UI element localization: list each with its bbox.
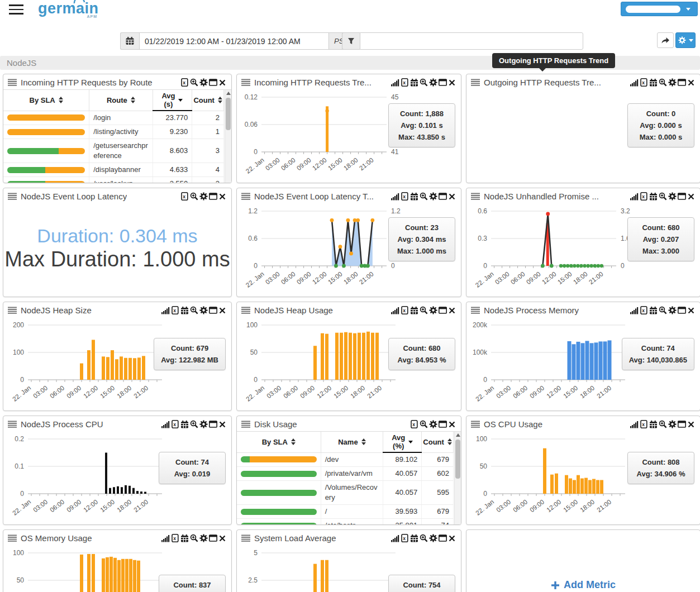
table-scrollbar[interactable] (454, 432, 461, 525)
bar-chart-icon[interactable] (391, 192, 399, 200)
close-icon[interactable] (218, 534, 227, 542)
close-icon[interactable] (218, 78, 227, 87)
close-icon[interactable] (687, 420, 696, 428)
table-row[interactable]: /dev 89.102 679 (237, 452, 454, 467)
gear-icon[interactable] (199, 534, 208, 542)
window-icon[interactable] (438, 534, 447, 542)
gear-icon[interactable] (668, 78, 677, 87)
gear-icon[interactable] (428, 78, 437, 87)
bar-chart-icon[interactable] (161, 306, 170, 314)
close-icon[interactable] (687, 192, 696, 200)
calendar-icon[interactable] (649, 192, 658, 200)
excel-export-icon[interactable]: x (639, 420, 648, 428)
add-metric-button[interactable]: Add Metric (551, 579, 616, 591)
calendar-icon[interactable] (409, 192, 418, 200)
window-icon[interactable] (438, 306, 447, 314)
table-row[interactable]: /listing/activity 9.230 1 (3, 125, 224, 139)
close-icon[interactable] (687, 78, 696, 87)
window-icon[interactable] (438, 192, 447, 200)
column-header-count[interactable]: Count (422, 432, 454, 452)
window-icon[interactable] (208, 192, 217, 200)
calendar-icon[interactable] (180, 306, 189, 314)
close-icon[interactable] (687, 306, 696, 314)
close-icon[interactable] (447, 420, 456, 428)
excel-export-icon[interactable]: x (409, 420, 418, 428)
close-icon[interactable] (447, 78, 456, 87)
excel-export-icon[interactable]: x (400, 306, 409, 314)
bar-chart-icon[interactable] (161, 420, 170, 428)
gear-icon[interactable] (199, 306, 208, 314)
window-icon[interactable] (438, 420, 447, 428)
bar-chart-icon[interactable] (391, 306, 399, 314)
gear-icon[interactable] (428, 306, 437, 314)
column-header-avg[interactable]: Avg(%) (383, 432, 422, 452)
gear-icon[interactable] (668, 420, 677, 428)
zoom-icon[interactable] (189, 534, 198, 542)
window-icon[interactable] (677, 420, 686, 428)
zoom-icon[interactable] (419, 306, 428, 314)
calendar-icon[interactable] (409, 78, 418, 87)
excel-export-icon[interactable]: x (170, 420, 179, 428)
calendar-icon[interactable] (649, 306, 658, 314)
zoom-icon[interactable] (658, 78, 667, 87)
table-row[interactable]: / 39.593 679 (237, 505, 454, 519)
gear-icon[interactable] (428, 420, 437, 428)
gear-icon[interactable] (199, 420, 208, 428)
gear-icon[interactable] (668, 192, 677, 200)
calendar-icon[interactable] (180, 420, 189, 428)
bar-chart-icon[interactable] (630, 78, 639, 87)
window-icon[interactable] (208, 306, 217, 314)
close-icon[interactable] (218, 420, 227, 428)
gear-icon[interactable] (199, 192, 208, 200)
column-header-by-sla[interactable]: By SLA (237, 432, 321, 452)
window-icon[interactable] (208, 534, 217, 542)
table-row[interactable]: /etc/hosts 35.801 74 (237, 519, 454, 526)
bar-chart-icon[interactable] (630, 306, 639, 314)
zoom-icon[interactable] (658, 420, 667, 428)
window-icon[interactable] (677, 306, 686, 314)
zoom-icon[interactable] (419, 534, 428, 542)
calendar-icon[interactable] (409, 534, 418, 542)
excel-export-icon[interactable]: x (170, 534, 179, 542)
window-icon[interactable] (208, 78, 217, 87)
zoom-icon[interactable] (189, 78, 198, 87)
filter-addon[interactable] (342, 32, 360, 50)
zoom-icon[interactable] (189, 420, 198, 428)
window-icon[interactable] (438, 78, 447, 87)
gear-icon[interactable] (428, 192, 437, 200)
search-filter-input[interactable] (360, 32, 583, 50)
close-icon[interactable] (447, 306, 456, 314)
column-header-by-sla[interactable]: By SLA (3, 90, 89, 111)
share-button[interactable] (657, 32, 674, 48)
excel-export-icon[interactable]: x (400, 78, 409, 87)
bar-chart-icon[interactable] (391, 534, 399, 542)
table-scrollbar[interactable] (225, 90, 231, 183)
menu-icon[interactable] (9, 4, 23, 16)
calendar-icon[interactable] (649, 420, 658, 428)
scrollbar-thumb[interactable] (455, 440, 460, 479)
gear-icon[interactable] (668, 306, 677, 314)
column-header-avg-s[interactable]: Avg(s) (153, 90, 192, 111)
window-icon[interactable] (208, 420, 217, 428)
excel-export-icon[interactable]: x (180, 192, 189, 200)
excel-export-icon[interactable]: x (639, 192, 648, 200)
bar-chart-icon[interactable] (630, 192, 639, 200)
excel-export-icon[interactable]: x (400, 534, 409, 542)
table-row[interactable]: /displaybanner 4.633 4 (3, 163, 224, 177)
zoom-icon[interactable] (419, 420, 428, 428)
bar-chart-icon[interactable] (630, 420, 639, 428)
calendar-icon[interactable] (180, 534, 189, 542)
scrollbar-thumb[interactable] (226, 98, 231, 130)
date-range-input[interactable] (139, 32, 329, 50)
bar-chart-icon[interactable] (391, 78, 399, 87)
close-icon[interactable] (218, 306, 227, 314)
close-icon[interactable] (218, 192, 227, 200)
settings-button[interactable] (675, 32, 696, 48)
table-row[interactable]: /login 23.770 2 (3, 111, 224, 125)
zoom-icon[interactable] (419, 78, 428, 87)
gear-icon[interactable] (428, 534, 437, 542)
zoom-icon[interactable] (658, 192, 667, 200)
excel-export-icon[interactable]: x (180, 78, 189, 87)
calendar-icon[interactable] (649, 78, 658, 87)
table-row[interactable]: /private/var/vm 40.057 602 (237, 467, 454, 481)
